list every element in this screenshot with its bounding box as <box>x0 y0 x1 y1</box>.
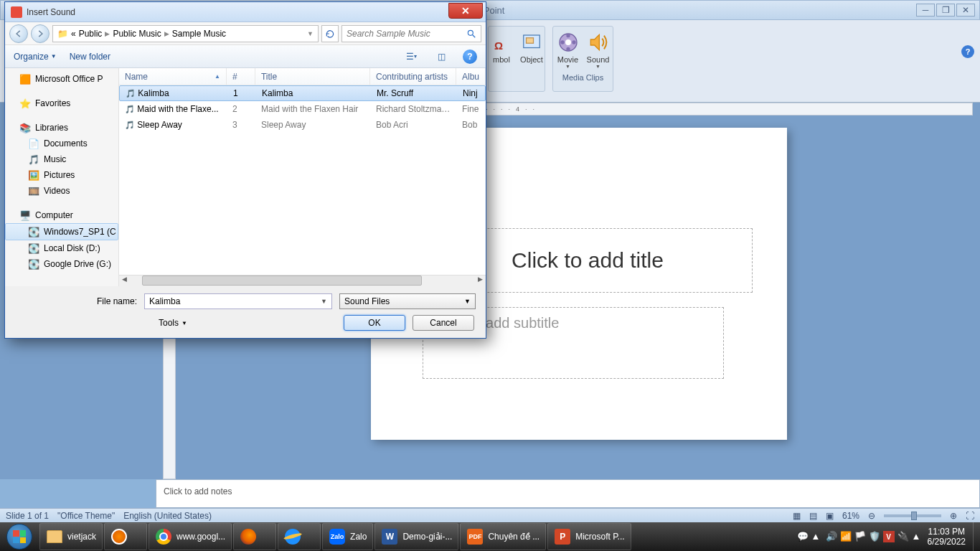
show-desktop-button[interactable] <box>973 522 980 551</box>
tray-network-icon[interactable]: 📶 <box>840 531 852 542</box>
tools-menu[interactable]: Tools ▼ <box>159 318 187 328</box>
close-button[interactable]: ✕ <box>956 4 975 17</box>
symbol-button[interactable]: Ω mbol <box>489 29 514 65</box>
view-normal-icon[interactable]: ▦ <box>793 511 801 521</box>
search-box[interactable] <box>341 25 481 42</box>
file-row[interactable]: 🎵 Maid with the Flaxe...2Maid with the F… <box>119 101 486 117</box>
sidebar-item-music[interactable]: 🎵Music <box>5 151 118 167</box>
dialog-titlebar[interactable]: Insert Sound ✕ <box>5 2 486 22</box>
movie-button[interactable]: Movie ▼ <box>555 29 581 70</box>
search-input[interactable] <box>347 29 466 39</box>
tray-zalo-icon[interactable]: 💬 <box>797 531 809 542</box>
svg-point-6 <box>572 40 575 44</box>
restore-button[interactable]: ❐ <box>936 4 955 17</box>
taskbar-item[interactable]: PMicrosoft P... <box>547 523 631 550</box>
svg-line-10 <box>473 34 476 37</box>
nav-back-button[interactable] <box>9 24 28 43</box>
ppt-icon: P <box>554 528 571 545</box>
tray-volume-icon[interactable]: 🔊 <box>826 531 837 542</box>
sidebar-item-computer[interactable]: 🖥️Computer <box>5 207 118 223</box>
tray-power-icon[interactable]: 🔌 <box>897 531 909 542</box>
sidebar-item-pictures[interactable]: 🖼️Pictures <box>5 167 118 183</box>
cancel-button[interactable]: Cancel <box>413 315 474 331</box>
view-options-button[interactable]: ☰ ▾ <box>402 49 420 65</box>
documents-icon: 📄 <box>28 138 39 149</box>
taskbar-item[interactable]: PDFChuyên đề ... <box>460 523 546 550</box>
filetype-select[interactable]: Sound Files ▼ <box>339 293 476 309</box>
folder-icon <box>46 528 63 545</box>
nav-forward-button[interactable] <box>31 24 50 43</box>
tray-antivirus-icon[interactable]: 🛡️ <box>869 531 880 542</box>
column-artist[interactable]: Contributing artists <box>370 68 456 85</box>
breadcrumb-public-music[interactable]: Public Music <box>113 29 161 39</box>
new-folder-button[interactable]: New folder <box>70 52 110 62</box>
sidebar-item-gdrive[interactable]: 💽Google Drive (G:) <box>5 256 118 272</box>
taskbar-item[interactable] <box>104 523 147 550</box>
view-slideshow-icon[interactable]: ▣ <box>826 511 834 521</box>
taskbar-item[interactable] <box>278 523 321 550</box>
column-title[interactable]: Title <box>255 68 370 85</box>
breadcrumb-sample-music[interactable]: Sample Music <box>172 29 226 39</box>
start-button[interactable] <box>0 522 39 551</box>
dialog-help-button[interactable]: ? <box>463 50 477 64</box>
drive-icon: 💽 <box>28 258 39 270</box>
taskbar-item[interactable]: ZaloZalo <box>322 523 373 550</box>
organize-button[interactable]: Organize ▼ <box>14 52 57 62</box>
sidebar-item-videos[interactable]: 🎞️Videos <box>5 183 118 199</box>
object-button[interactable]: Object <box>519 29 545 65</box>
taskbar-item[interactable]: www.googl... <box>149 523 232 550</box>
dialog-close-button[interactable]: ✕ <box>448 3 483 19</box>
zoom-level[interactable]: 61% <box>842 511 859 521</box>
notes-pane[interactable]: Click to add notes <box>156 479 980 508</box>
sidebar-item-win7[interactable]: 💽Windows7_SP1 (C <box>5 223 118 240</box>
filename-input[interactable]: Kalimba ▼ <box>144 293 332 309</box>
breadcrumb-public[interactable]: Public <box>79 29 103 39</box>
windows-logo-icon <box>6 524 32 550</box>
file-list-header: Name▲ # Title Contributing artists Albu <box>119 68 486 85</box>
file-row[interactable]: 🎵 Kalimba1KalimbaMr. ScruffNinj <box>119 85 486 101</box>
language-status[interactable]: English (United States) <box>123 511 212 521</box>
help-icon[interactable]: ? <box>961 45 974 58</box>
taskbar-clock[interactable]: 11:03 PM 6/29/2022 <box>928 527 966 547</box>
drive-icon: 💽 <box>28 242 39 254</box>
sidebar-item-libraries[interactable]: 📚Libraries <box>5 120 118 136</box>
sidebar-item-documents[interactable]: 📄Documents <box>5 136 118 151</box>
zoom-out-button[interactable]: ⊖ <box>868 511 875 521</box>
star-icon: ⭐ <box>19 98 31 109</box>
svg-point-4 <box>565 39 571 45</box>
file-row[interactable]: 🎵 Sleep Away3Sleep AwayBob AcriBob <box>119 117 486 133</box>
taskbar: vietjackwww.googl...ZaloZaloWDemo-giải-.… <box>0 522 980 551</box>
firefox-icon <box>240 528 257 545</box>
zoom-in-button[interactable]: ⊕ <box>950 511 957 521</box>
horizontal-scrollbar[interactable]: ◀ ▶ <box>119 275 486 286</box>
address-dropdown-icon[interactable]: ▼ <box>307 30 314 37</box>
sidebar-item-office[interactable]: 🟧Microsoft Office P <box>5 71 118 87</box>
navigation-sidebar[interactable]: 🟧Microsoft Office P ⭐Favorites 📚Librarie… <box>5 68 119 286</box>
svg-point-5 <box>566 34 570 37</box>
taskbar-item[interactable] <box>233 523 276 550</box>
tray-unikey-icon[interactable]: V <box>883 531 895 542</box>
minimize-button[interactable]: ─ <box>916 4 935 17</box>
refresh-button[interactable] <box>321 25 339 42</box>
column-number[interactable]: # <box>227 68 255 85</box>
svg-rect-2 <box>527 38 534 44</box>
sidebar-item-favorites[interactable]: ⭐Favorites <box>5 95 118 111</box>
taskbar-item[interactable]: WDemo-giải-... <box>374 523 458 550</box>
sidebar-item-local-d[interactable]: 💽Local Disk (D:) <box>5 240 118 256</box>
zoom-slider[interactable] <box>884 514 941 517</box>
scrollbar-thumb[interactable] <box>142 276 422 286</box>
column-album[interactable]: Albu <box>456 68 486 85</box>
chevron-down-icon[interactable]: ▼ <box>321 298 327 305</box>
sound-button[interactable]: Sound ▼ <box>585 29 611 70</box>
tray-flag-icon[interactable]: 🏳️ <box>854 531 866 542</box>
libraries-icon: 📚 <box>19 122 31 133</box>
tray-more-icon[interactable]: ▲ <box>912 531 923 542</box>
preview-pane-button[interactable]: ◫ <box>433 49 450 65</box>
ok-button[interactable]: OK <box>344 315 405 331</box>
address-bar[interactable]: 📁 « Public ▶ Public Music ▶ Sample Music… <box>52 25 319 42</box>
column-name[interactable]: Name▲ <box>119 68 227 85</box>
taskbar-item[interactable]: vietjack <box>39 523 103 550</box>
fit-to-window-button[interactable]: ⛶ <box>966 511 974 521</box>
view-sorter-icon[interactable]: ▤ <box>809 511 817 521</box>
tray-drive-icon[interactable]: ▲ <box>811 531 823 542</box>
